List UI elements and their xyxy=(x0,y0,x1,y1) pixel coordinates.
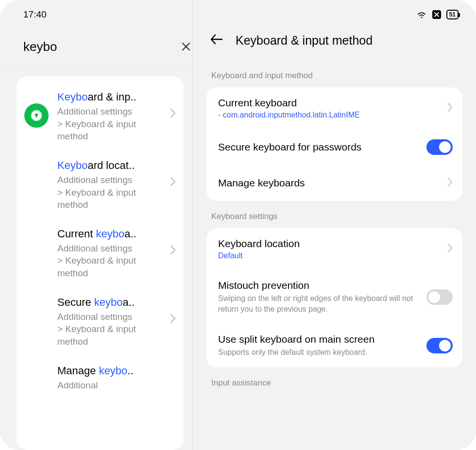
detail-body: Keyboard and input method Current keyboa… xyxy=(193,60,476,450)
search-result-item[interactable]: Current keyboa.. Additional settings > K… xyxy=(24,223,176,291)
result-title: Manage keybo.. xyxy=(57,365,176,377)
result-text: Manage keybo.. Additional xyxy=(49,365,176,392)
search-row: Cancel xyxy=(0,29,192,67)
toggle-secure-keyboard[interactable] xyxy=(426,139,453,155)
chevron-right-icon xyxy=(448,103,453,114)
row-subtitle: - com.android.inputmethod.latin.LatinIME xyxy=(218,111,448,119)
result-path: Additional settings > Keyboard & input m… xyxy=(57,174,140,211)
chevron-right-icon xyxy=(170,108,176,120)
result-title: Current keyboa.. xyxy=(57,228,170,240)
row-current-keyboard[interactable]: Current keyboard - com.android.inputmeth… xyxy=(206,87,462,129)
row-mistouch-prevention[interactable]: Mistouch prevention Swiping on the left … xyxy=(206,270,462,324)
result-title: Secure keyboa.. xyxy=(57,296,170,309)
settings-card: Keyboard location Default Mistouch preve… xyxy=(206,228,462,367)
wifi-icon xyxy=(416,10,427,19)
battery-indicator: 51 xyxy=(446,10,459,19)
settings-app-icon xyxy=(24,103,49,128)
chevron-right-icon xyxy=(448,244,453,254)
section-label: Input assistance xyxy=(206,367,462,395)
detail-header: Keyboard & input method xyxy=(193,29,476,60)
chevron-right-icon xyxy=(170,245,176,257)
status-bar-right: 51 xyxy=(193,0,476,29)
row-manage-keyboards[interactable]: Manage keyboards xyxy=(206,165,462,201)
search-results: Keyboard & inp.. Additional settings > K… xyxy=(17,76,184,450)
left-panel: 17:40 Cancel Keyboard & inp.. Additional… xyxy=(0,0,193,450)
row-secure-keyboard[interactable]: Secure keyboard for passwords xyxy=(206,129,462,165)
chevron-right-icon xyxy=(170,314,176,325)
right-panel: 51 Keyboard & input method Keyboard and … xyxy=(193,0,476,450)
do-not-disturb-icon xyxy=(432,10,442,19)
row-title: Use split keyboard on main screen xyxy=(218,333,426,345)
gear-icon xyxy=(30,109,43,122)
close-icon xyxy=(181,42,191,51)
settings-card: Current keyboard - com.android.inputmeth… xyxy=(206,87,462,201)
row-split-keyboard[interactable]: Use split keyboard on main screen Suppor… xyxy=(206,324,462,367)
row-subtitle: Default xyxy=(218,251,448,260)
result-path: Additional settings > Keyboard & input m… xyxy=(57,105,140,143)
toggle-mistouch-prevention[interactable] xyxy=(426,289,453,305)
search-result-item[interactable]: Secure keyboa.. Additional settings > Ke… xyxy=(24,291,176,360)
result-title: Keyboard & inp.. xyxy=(57,91,170,103)
result-text: Current keyboa.. Additional settings > K… xyxy=(49,228,170,280)
search-result-item[interactable]: Keyboard & inp.. Additional settings > K… xyxy=(24,86,176,154)
search-input[interactable] xyxy=(23,39,181,54)
device-frame: 17:40 Cancel Keyboard & inp.. Additional… xyxy=(0,0,476,450)
row-description: Supports only the default system keyboar… xyxy=(218,347,422,358)
row-title: Current keyboard xyxy=(218,97,448,109)
row-title: Keyboard location xyxy=(218,238,448,250)
row-title: Mistouch prevention xyxy=(218,280,426,291)
row-title: Secure keyboard for passwords xyxy=(218,141,426,153)
result-path: Additional settings > Keyboard & input m… xyxy=(57,311,140,348)
back-button[interactable] xyxy=(208,32,225,49)
result-path: Additional settings > Keyboard & input m… xyxy=(57,242,140,280)
result-text: Secure keyboa.. Additional settings > Ke… xyxy=(49,296,170,348)
section-label: Keyboard and input method xyxy=(206,60,462,87)
section-label: Keyboard settings xyxy=(206,201,462,228)
search-result-item[interactable]: Manage keybo.. Additional xyxy=(24,360,176,394)
result-path: Additional xyxy=(57,379,140,392)
chevron-right-icon xyxy=(448,178,453,188)
result-text: Keyboard & inp.. Additional settings > K… xyxy=(49,91,170,143)
toggle-split-keyboard[interactable] xyxy=(426,338,453,353)
status-bar-left: 17:40 xyxy=(0,0,192,29)
chevron-right-icon xyxy=(170,177,176,188)
row-keyboard-location[interactable]: Keyboard location Default xyxy=(206,228,462,270)
page-title: Keyboard & input method xyxy=(236,33,373,48)
row-title: Manage keyboards xyxy=(218,177,448,189)
result-text: Keyboard locat.. Additional settings > K… xyxy=(49,159,170,211)
clear-search-button[interactable] xyxy=(181,37,191,56)
status-time: 17:40 xyxy=(23,9,47,20)
search-result-item[interactable]: Keyboard locat.. Additional settings > K… xyxy=(24,154,176,223)
arrow-left-icon xyxy=(210,34,223,45)
row-description: Swiping on the left or right edges of th… xyxy=(218,293,422,314)
result-title: Keyboard locat.. xyxy=(57,159,170,172)
